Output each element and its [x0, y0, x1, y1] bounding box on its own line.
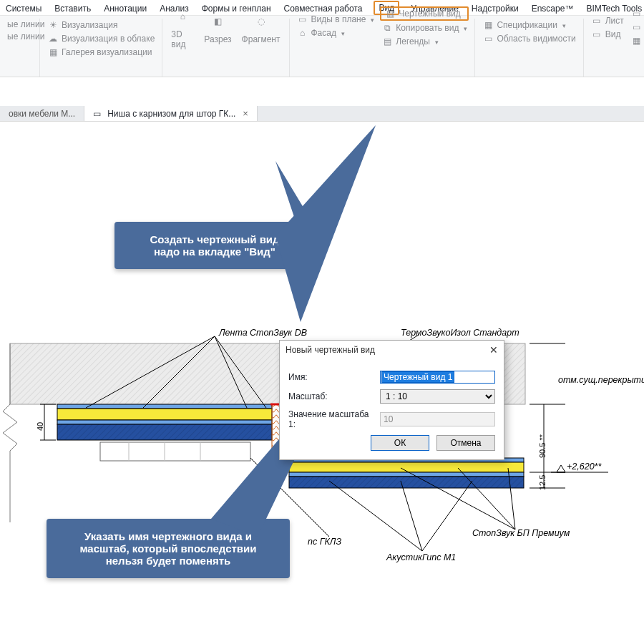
view-icon: ▭ [591, 29, 602, 40]
render-btn[interactable]: ☀Визуализация [46, 19, 156, 31]
render-icon: ☀ [47, 19, 59, 31]
close-icon[interactable]: × [243, 108, 248, 119]
tab-addins[interactable]: Надстройки [470, 2, 520, 15]
elevation-btn[interactable]: ⌂Фасад [296, 26, 376, 39]
label-bot-right: СтопЗвук БП Премиум [472, 528, 570, 538]
dim-125: 12.5 [538, 475, 547, 490]
sheet-icon: ▭ [93, 109, 103, 119]
label-elev-value: +2,620** [567, 462, 601, 472]
dim-40: 40 [36, 422, 44, 431]
3d-view-btn[interactable]: ⌂3D вид [168, 4, 197, 51]
sub-toolbar [0, 77, 644, 106]
input-scale-value: 10 [380, 412, 495, 426]
svg-line-35 [422, 481, 472, 551]
dim-905: 90.5 ** [538, 434, 547, 458]
label-top-right: ТермоЗвукоИзол Стандарт [401, 328, 519, 338]
render-cloud-btn[interactable]: ☁Визуализация в облаке [46, 32, 156, 45]
titleblock-icon: ▭ [631, 8, 643, 19]
label-slab-elev: отм.сущ.перекрытия [558, 375, 644, 385]
cloud-icon: ☁ [47, 33, 59, 44]
plan-views-btn[interactable]: ▭Виды в плане [296, 13, 376, 26]
ribbon-panel: ые линии ые линии ☀Визуализация ☁Визуали… [0, 16, 644, 77]
revisions-icon: ▭ [631, 21, 643, 33]
callout-text: надо на вкладке "Вид" [129, 245, 301, 258]
house-3d-icon: ⌂ [171, 5, 194, 28]
grid-icon: ▦ [631, 35, 643, 47]
doc-tab-1-label: овки мебели М... [9, 109, 75, 119]
doc-tab-2[interactable]: ▭ Ниша с карнизом для штор ГК... × [84, 106, 258, 121]
elev-icon: ⌂ [297, 27, 308, 39]
revisions-btn[interactable]: ▭Измене [630, 21, 644, 34]
dialog-close-icon[interactable]: ✕ [489, 344, 498, 356]
sheet-btn[interactable]: ▭Лист [590, 14, 625, 27]
schedules-btn[interactable]: ▦Спецификации [481, 19, 577, 31]
document-tabs: овки мебели М... ▭ Ниша с карнизом для ш… [0, 106, 644, 122]
blank-btn[interactable] [296, 40, 376, 42]
gallery-icon: ▦ [47, 47, 59, 58]
duplicate-icon: ⧉ [381, 22, 393, 34]
section-icon: ◧ [206, 10, 229, 33]
drafting-view-icon: ▥ [384, 8, 396, 19]
label-bot-left: пс ГКЛЗ [308, 537, 341, 547]
dialog-title: Новый чертежный вид [286, 345, 375, 355]
tab-annotate[interactable]: Аннотации [102, 2, 148, 15]
drawing-canvas[interactable]: Лента СтопЗвук DB ТермоЗвукоИзол Стандар… [0, 122, 644, 637]
svg-line-34 [401, 481, 422, 551]
doc-tab-1[interactable]: овки мебели М... [0, 106, 84, 121]
callout-text: Создать чертежный вид [129, 233, 301, 245]
cancel-button[interactable]: Отмена [436, 435, 495, 451]
thin-lines-btn[interactable]: ые линии [6, 19, 34, 30]
svg-rect-10 [100, 442, 250, 461]
callout-text: масштаб, который впоследствии [61, 542, 275, 555]
ok-button[interactable]: ОК [371, 435, 429, 451]
tab-systems[interactable]: Системы [4, 2, 43, 15]
svg-rect-6 [57, 409, 272, 420]
callout-create-view: Создать чертежный вид надо на вкладке "В… [114, 222, 315, 269]
input-name[interactable]: Чертежный вид 1 [381, 371, 454, 383]
sheet-icon: ▭ [591, 15, 602, 26]
schedule-icon: ▦ [482, 19, 494, 31]
select-scale[interactable]: 1 : 10 [380, 389, 495, 404]
svg-rect-5 [57, 404, 272, 409]
svg-line-33 [329, 481, 422, 551]
titleblock-btn[interactable]: ▭Основн [630, 7, 644, 20]
drafting-view-btn[interactable]: ▥Чертежный вид [380, 6, 469, 21]
callout-text: Указать имя чертежного вида и [61, 530, 275, 542]
svg-rect-8 [57, 424, 272, 440]
scope-icon: ▭ [482, 33, 494, 44]
tab-insert[interactable]: Вставить [53, 2, 92, 15]
svg-marker-40 [557, 465, 565, 472]
duplicate-view-btn[interactable]: ⧉Копировать вид [380, 21, 469, 34]
thin-lines-btn-2[interactable]: ые линии [6, 31, 34, 42]
plan-icon: ▭ [297, 14, 308, 25]
view-btn[interactable]: ▭Вид [590, 28, 625, 41]
section-btn[interactable]: ◧Разрез [201, 9, 234, 46]
new-drafting-view-dialog: Новый чертежный вид ✕ Имя: Чертежный вид… [279, 340, 504, 460]
svg-rect-16 [289, 472, 524, 477]
label-scale: Масштаб: [288, 391, 374, 401]
dialog-titlebar[interactable]: Новый чертежный вид ✕ [280, 341, 504, 359]
tab-enscape[interactable]: Enscape™ [530, 2, 575, 15]
callout-text: нельзя будет поменять [61, 555, 275, 567]
label-name: Имя: [288, 372, 374, 382]
svg-rect-7 [57, 420, 272, 424]
doc-tab-2-label: Ниша с карнизом для штор ГК... [107, 109, 235, 119]
label-scale-value: Значение масштаба 1: [288, 409, 374, 429]
scope-box-btn[interactable]: ▭Область видимости [481, 32, 577, 45]
guide-grid-btn[interactable]: ▦Сетка н [630, 34, 644, 47]
legends-btn[interactable]: ▤Легенды [380, 35, 469, 48]
callout-icon: ◌ [250, 10, 273, 33]
render-gallery-btn[interactable]: ▦Галерея визуализации [46, 46, 156, 59]
label-bot-mid: АкустикГипс М1 [386, 552, 456, 562]
callout-name-scale: Указать имя чертежного вида и масштаб, к… [47, 519, 290, 578]
svg-rect-17 [289, 477, 524, 488]
callout-btn[interactable]: ◌Фрагмент [239, 9, 283, 46]
legend-icon: ▤ [381, 36, 393, 47]
label-top-left: Лента СтопЗвук DB [219, 328, 307, 338]
